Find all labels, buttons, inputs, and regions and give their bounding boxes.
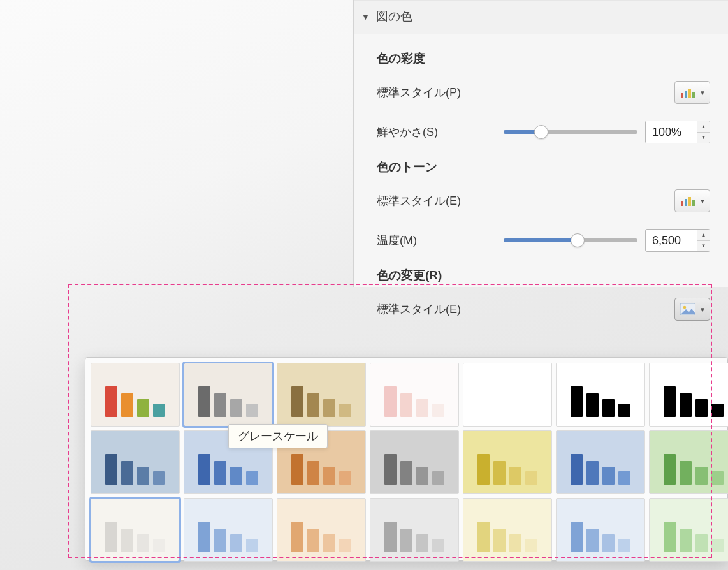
recolor-preset-button[interactable]: ▼: [674, 298, 710, 321]
swatch-bar: [509, 467, 521, 485]
swatch-bar: [618, 404, 630, 417]
recolor-swatch[interactable]: [463, 363, 552, 427]
recolor-swatch[interactable]: [184, 363, 273, 427]
swatch-bar: [246, 404, 258, 417]
swatch-bar: [571, 386, 583, 417]
svg-rect-4: [681, 201, 683, 206]
swatch-bar: [416, 399, 428, 417]
swatch-bar: [384, 454, 397, 485]
caret-down-icon: ▼: [699, 89, 706, 96]
saturation-preset-label: 標準スタイル(P): [377, 85, 491, 100]
recolor-swatch[interactable]: [277, 363, 366, 427]
swatch-bar: [680, 393, 692, 417]
swatch-bar: [230, 399, 242, 417]
swatch-bar: [432, 471, 444, 485]
swatch-bar: [105, 454, 117, 485]
recolor-preset-row: 標準スタイル(E) ▼: [377, 296, 710, 322]
swatch-bar: [291, 522, 303, 552]
temperature-label: 温度(M): [377, 233, 491, 248]
swatch-bar: [384, 522, 397, 552]
swatch-bar: [586, 393, 599, 417]
swatch-bar: [121, 461, 133, 485]
temperature-value[interactable]: [646, 230, 697, 251]
swatch-bar: [509, 534, 521, 552]
vividness-slider[interactable]: [504, 130, 637, 134]
swatch-bar: [153, 539, 165, 552]
swatch-bar: [105, 386, 117, 417]
swatch-bar: [121, 393, 133, 417]
recolor-swatch[interactable]: [463, 430, 552, 494]
swatch-bar: [416, 534, 428, 552]
stepper-up-icon[interactable]: ▲: [697, 230, 710, 241]
recolor-swatch[interactable]: [91, 498, 180, 562]
swatch-bar: [121, 529, 133, 552]
recolor-swatch[interactable]: [277, 498, 366, 562]
swatch-bar: [339, 471, 351, 485]
slider-thumb[interactable]: [534, 125, 548, 139]
vividness-spinner[interactable]: ▲ ▼: [645, 121, 710, 143]
swatch-bar: [571, 454, 583, 485]
swatch-bar: [307, 529, 319, 552]
tone-preset-row: 標準スタイル(E) ▼: [377, 188, 710, 214]
recolor-gallery: [85, 357, 728, 561]
swatch-bar: [664, 522, 676, 552]
slider-thumb[interactable]: [571, 233, 585, 247]
swatch-bar: [525, 471, 537, 485]
recolor-swatch[interactable]: [649, 498, 728, 562]
swatch-bar: [711, 404, 724, 417]
swatch-bar: [137, 399, 149, 417]
svg-rect-2: [688, 89, 691, 98]
section-body: 色の彩度 標準スタイル(P) ▼ 鮮やかさ(S): [354, 34, 728, 342]
tone-preset-button[interactable]: ▼: [674, 189, 710, 212]
swatch-bar: [291, 386, 303, 417]
svg-rect-6: [688, 197, 691, 206]
recolor-swatch[interactable]: [556, 430, 645, 494]
swatch-bar: [711, 539, 724, 552]
vividness-value[interactable]: [646, 121, 697, 143]
swatch-bar: [339, 539, 351, 552]
swatch-bar: [137, 534, 149, 552]
recolor-swatch[interactable]: [370, 430, 459, 494]
temperature-slider[interactable]: [504, 238, 637, 242]
swatch-bar: [680, 461, 692, 485]
swatch-bar: [105, 522, 117, 552]
swatch-bar: [525, 404, 537, 417]
recolor-swatch[interactable]: [463, 498, 552, 562]
stepper-down-icon[interactable]: ▼: [697, 241, 710, 252]
swatch-bar: [323, 534, 335, 552]
swatch-bar: [525, 539, 537, 552]
svg-rect-3: [692, 92, 695, 98]
swatch-bar: [323, 467, 335, 485]
vividness-row: 鮮やかさ(S) ▲ ▼: [377, 119, 710, 145]
swatch-bar: [711, 471, 724, 485]
swatch-bar: [493, 461, 506, 485]
stepper-down-icon[interactable]: ▼: [697, 133, 710, 143]
temperature-spinner[interactable]: ▲ ▼: [645, 229, 710, 252]
swatch-bar: [695, 467, 708, 485]
swatch-bar: [384, 386, 397, 417]
swatch-bar: [586, 529, 599, 552]
recolor-swatch[interactable]: [370, 363, 459, 427]
saturation-preset-button[interactable]: ▼: [674, 81, 710, 104]
recolor-swatch[interactable]: [556, 363, 645, 427]
recolor-swatch[interactable]: [91, 430, 180, 494]
swatch-bar: [214, 393, 226, 417]
swatch-bar: [509, 399, 521, 417]
stepper-up-icon[interactable]: ▲: [697, 121, 710, 133]
recolor-swatch[interactable]: [649, 430, 728, 494]
swatch-bar: [137, 467, 149, 485]
section-header[interactable]: ▼ 図の色: [354, 0, 728, 34]
svg-rect-1: [685, 91, 687, 98]
swatch-bar: [400, 529, 412, 552]
recolor-swatch[interactable]: [649, 363, 728, 427]
recolor-swatch[interactable]: [556, 498, 645, 562]
tone-heading: 色のトーン: [377, 159, 710, 175]
swatch-bar: [214, 529, 226, 552]
swatch-bar: [477, 454, 490, 485]
swatch-bar: [477, 386, 490, 417]
recolor-swatch[interactable]: [184, 498, 273, 562]
svg-rect-5: [685, 199, 687, 206]
tooltip: グレースケール: [228, 424, 328, 448]
recolor-swatch[interactable]: [370, 498, 459, 562]
recolor-swatch[interactable]: [91, 363, 180, 427]
